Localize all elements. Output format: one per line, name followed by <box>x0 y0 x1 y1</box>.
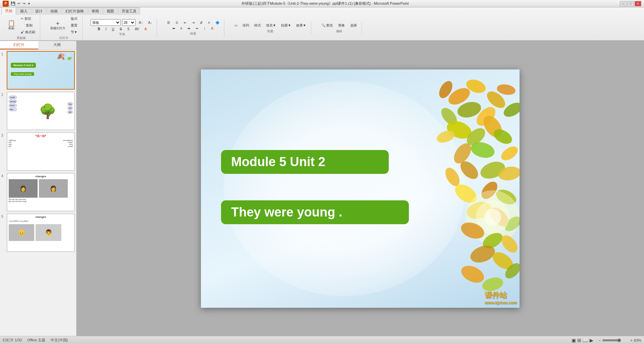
new-slide-button[interactable]: ＋ 新建幻灯片 <box>48 19 67 32</box>
shadow-button[interactable]: S <box>125 27 131 32</box>
font-family-select[interactable]: 等线 <box>91 19 121 26</box>
arrange-button[interactable]: 排列 <box>240 22 251 29</box>
line-spacing-button[interactable]: ↕ <box>202 26 207 31</box>
window-title: 外研版(三起)四下Module-5《Unit-2-They-were-young… <box>31 1 620 6</box>
bold-button[interactable]: B <box>96 27 102 32</box>
svg-point-8 <box>501 100 520 119</box>
svg-point-11 <box>480 112 505 140</box>
slide-thumbnail-2[interactable]: 🌳 small young short thin big old tall <box>7 92 75 130</box>
tab-view[interactable]: 视图 <box>103 7 118 15</box>
bullets-button[interactable]: ☰ <box>165 20 172 25</box>
align-center-button[interactable]: ≡ <box>178 26 184 31</box>
cut-button[interactable]: ✂ 剪切 <box>19 16 37 22</box>
svg-point-28 <box>476 200 509 234</box>
svg-point-32 <box>498 232 520 255</box>
layout-button[interactable]: 版式 <box>69 16 79 22</box>
editing-label: 编辑 <box>336 29 342 34</box>
slide-sorter-button[interactable]: ⊞ <box>577 338 581 343</box>
font-shrink-button[interactable]: A↓ <box>146 20 154 25</box>
thumb5-title: changes <box>9 215 73 218</box>
italic-button[interactable]: I <box>104 27 109 32</box>
text-direction-button[interactable]: ⇵ <box>198 20 205 25</box>
svg-point-22 <box>478 179 500 202</box>
reset-button[interactable]: 重置 <box>69 22 79 29</box>
slide-count: 幻灯片 1/32 <box>3 338 22 343</box>
slide-thumb-5: 5 changes Then(那时) Now(现在) 👴 👨 <box>1 213 75 252</box>
justify-button[interactable]: ⇔ <box>194 26 200 31</box>
align-text-button[interactable]: ≡ <box>206 20 212 25</box>
format-painter-button[interactable]: 🖌 格式刷 <box>19 29 37 35</box>
underline-button[interactable]: U <box>110 27 116 32</box>
slide-thumbnail-3[interactable]: *比一比* tall/longyoung/new oldshort bigthi… <box>7 132 75 171</box>
slide-number-5: 5 <box>1 213 5 218</box>
shape-outline-button[interactable]: 轮廓▼ <box>279 22 293 29</box>
sidebar-tabs: 幻灯片 大纲 <box>0 41 76 50</box>
tab-start[interactable]: 开始 <box>1 7 16 15</box>
smartart-button[interactable]: 🔷 <box>213 20 221 25</box>
svg-point-15 <box>469 140 496 160</box>
section-button[interactable]: 节▼ <box>69 29 79 35</box>
quick-access-save[interactable]: 💾 <box>11 1 15 6</box>
shape-effects-button[interactable]: 效果▼ <box>294 22 308 29</box>
zoom-out-button[interactable]: − <box>599 338 601 342</box>
shape-fill-button[interactable]: 填充▼ <box>264 22 278 29</box>
tab-review[interactable]: 审阅 <box>88 7 103 15</box>
select-button[interactable]: 选择 <box>348 22 359 29</box>
word-short: short <box>9 104 17 107</box>
rect-shape-button[interactable]: ▭ <box>232 23 239 28</box>
slide-thumbnail-1[interactable]: 🍂🍃 Module 5 Unit 2 They were young <box>7 51 75 90</box>
quick-access-undo[interactable]: ↩ <box>17 1 20 6</box>
sidebar-tab-slides[interactable]: 幻灯片 <box>0 41 38 49</box>
thumb3-content: tall/longyoung/new oldshort bigthin fats… <box>9 139 73 147</box>
theme-name: Office 主题 <box>27 338 45 343</box>
char-spacing-button[interactable]: AV <box>133 27 141 32</box>
slideshow-button[interactable]: ▶ <box>590 338 593 343</box>
ribbon: 开始 插入 设计 动画 幻灯片放映 审阅 视图 开发工具 📋 粘贴 ✂ 剪切 📄… <box>0 7 644 41</box>
svg-point-24 <box>465 199 494 221</box>
word-old: old <box>67 106 73 110</box>
align-right-button[interactable]: ➡ <box>185 26 192 31</box>
quick-access-redo[interactable]: ↪ <box>22 1 25 6</box>
font-grow-button[interactable]: A↑ <box>137 20 145 25</box>
zoom-in-button[interactable]: + <box>631 338 633 342</box>
thumb4-caption2: But now her hair is long . <box>9 200 73 202</box>
slide-thumbnail-4[interactable]: changes 👩 👩 Her hair was short then. But… <box>7 173 75 211</box>
ribbon-tabs: 开始 插入 设计 动画 幻灯片放映 审阅 视图 开发工具 <box>0 7 644 15</box>
reading-view-button[interactable]: 📖 <box>583 338 588 343</box>
copy-button[interactable]: 📄 复制 <box>19 22 37 29</box>
clipboard-label: 剪贴板 <box>17 36 26 40</box>
svg-point-25 <box>487 204 512 230</box>
slide-panel[interactable]: 1 🍂🍃 Module 5 Unit 2 They were young 2 🌳 <box>0 50 76 336</box>
columns-button[interactable]: ⫛ <box>209 26 216 31</box>
find-button[interactable]: 🔍 查找 <box>319 22 335 29</box>
font-color-button[interactable]: A <box>143 27 149 32</box>
slide-thumbnail-5[interactable]: changes Then(那时) Now(现在) 👴 👨 <box>7 213 75 252</box>
svg-point-1 <box>465 77 488 95</box>
svg-point-23 <box>494 187 519 207</box>
paste-button[interactable]: 📋 粘贴 <box>5 19 17 32</box>
increase-indent-button[interactable]: ⇥ <box>190 20 197 25</box>
decrease-indent-button[interactable]: ⇤ <box>182 20 189 25</box>
window-controls: ─ □ ✕ <box>620 1 641 6</box>
sidebar-tab-outline[interactable]: 大纲 <box>38 41 76 49</box>
quick-access-dropdown[interactable]: ▼ <box>28 2 31 5</box>
strikethrough-button[interactable]: S <box>118 27 124 32</box>
close-button[interactable]: ✕ <box>635 1 641 6</box>
tab-animation[interactable]: 动画 <box>47 7 61 15</box>
tab-design[interactable]: 设计 <box>32 7 46 15</box>
maximize-button[interactable]: □ <box>627 1 634 6</box>
language: 中文(中国) <box>51 338 68 343</box>
align-left-button[interactable]: ⬅ <box>170 26 177 31</box>
normal-view-button[interactable]: ▣ <box>572 338 576 343</box>
tab-slideshow[interactable]: 幻灯片放映 <box>62 7 88 15</box>
paste-icon: 📋 <box>8 20 15 26</box>
tab-developer[interactable]: 开发工具 <box>118 7 140 15</box>
app-logo-area: P 💾 ↩ ↪ ▼ <box>3 1 31 7</box>
zoom-slider[interactable] <box>602 339 629 341</box>
numbering-button[interactable]: ① <box>173 20 180 25</box>
quick-styles-button[interactable]: 样式 <box>252 22 263 29</box>
minimize-button[interactable]: ─ <box>620 1 627 6</box>
font-size-select[interactable]: 28 <box>122 19 136 26</box>
replace-button[interactable]: 替换 <box>336 22 347 29</box>
tab-insert[interactable]: 插入 <box>16 7 31 15</box>
